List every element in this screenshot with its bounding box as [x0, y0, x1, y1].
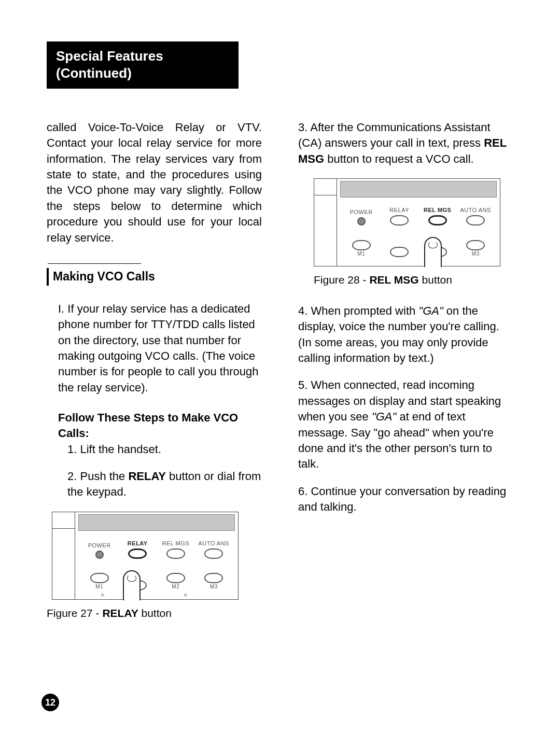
step-3: 3. After the Communications Assistant (C…: [298, 120, 513, 167]
intro-paragraph: called Voice-To-Voice Relay or VTV. Cont…: [47, 120, 262, 246]
device-screen-2: [340, 181, 497, 198]
roman-intro: I. If your relay service has a dedicated…: [58, 301, 262, 396]
blank-button-icon-2: [390, 247, 409, 257]
m2-button-icon: [166, 573, 185, 583]
button-row-1b: POWER RELAY REL MGS AUTO ANS: [342, 206, 495, 226]
fig28-post: button: [419, 274, 452, 286]
relmgs-button-icon: [166, 548, 185, 559]
fig27-bold: RELAY: [102, 607, 138, 619]
fig27-post: button: [138, 607, 172, 619]
power-led-icon: [95, 551, 104, 559]
right-column: 3. After the Communications Assistant (C…: [298, 120, 513, 637]
step-3-pre: After the Communications Assistant (CA) …: [298, 121, 491, 149]
step-2-bold: RELAY: [128, 470, 166, 483]
left-column: called Voice-To-Voice Relay or VTV. Cont…: [47, 120, 262, 637]
m1-button-icon: [90, 573, 109, 583]
label-relmgs: REL MGS: [162, 540, 189, 546]
section-title: Making VCO Calls: [53, 269, 155, 285]
step-2: 2. Push the RELAY button or dial from th…: [67, 469, 262, 500]
section-header: Special Features (Continued): [47, 41, 239, 89]
label-a-right: a.: [184, 592, 188, 598]
label-relay: RELAY: [128, 540, 148, 546]
label-m2: M2: [172, 584, 179, 589]
button-row-2b: M1 M3: [342, 239, 495, 258]
label-autoans-2: AUTO ANS: [460, 207, 491, 213]
label-power-2: POWER: [350, 209, 373, 215]
step-6-num: 6.: [298, 485, 311, 498]
step-4-ital: "GA": [418, 304, 443, 317]
label-relmgs-2: REL MGS: [424, 207, 451, 213]
step-2-pre: Push the: [80, 470, 128, 483]
label-m3-2: M3: [472, 251, 480, 257]
step-4-pre: When prompted with: [311, 304, 418, 317]
label-relay-2: RELAY: [389, 207, 409, 213]
power-led-icon-2: [357, 217, 366, 226]
fig27-pre: Figure 27 -: [47, 607, 102, 619]
autoans-button-icon: [204, 548, 223, 559]
label-autoans: AUTO ANS: [199, 540, 229, 546]
relay-button-icon: [128, 548, 147, 559]
step-1: 1. Lift the handset.: [67, 442, 262, 457]
step-4-num: 4.: [298, 304, 311, 317]
header-line-2: (Continued): [56, 65, 229, 82]
section-rule: [48, 263, 141, 264]
label-m1: M1: [95, 584, 103, 589]
step-6-text: Continue your conversation by reading an…: [298, 485, 506, 513]
step-5: 5. When connected, read incoming message…: [298, 377, 513, 472]
autoans-button-icon-2: [466, 215, 485, 226]
step-4: 4. When prompted with "GA" on the displa…: [298, 303, 513, 366]
m3-button-icon-2: [466, 240, 485, 250]
relmgs-button-icon-2: [428, 215, 447, 226]
button-row-1: POWER RELAY REL MGS AUTO ANS: [80, 540, 233, 559]
content-columns: called Voice-To-Voice Relay or VTV. Cont…: [47, 120, 513, 637]
section-title-wrap: Making VCO Calls: [47, 268, 262, 286]
step-6: 6. Continue your conversation by reading…: [298, 484, 513, 515]
header-line-1: Special Features: [56, 48, 229, 65]
page-number-badge: 12: [41, 694, 59, 711]
m1-button-icon-2: [352, 240, 371, 250]
fig28-bold: REL MSG: [369, 274, 418, 286]
step-1-text: Lift the handset.: [80, 443, 161, 456]
follow-heading-text: Follow These Steps to Make VCO Calls:: [58, 411, 238, 440]
m3-button-icon: [204, 573, 223, 583]
label-a-left: a.: [101, 592, 105, 598]
relay-button-icon-2: [390, 215, 409, 226]
figure-28-caption: Figure 28 - REL MSG button: [314, 273, 513, 288]
device-screen: [78, 514, 235, 531]
figure-28-device: POWER RELAY REL MGS AUTO ANS M1 M3: [314, 178, 500, 266]
finger-pointer-icon-2: [424, 237, 442, 267]
step-3-num: 3.: [298, 121, 310, 134]
figure-27-device: POWER RELAY REL MGS AUTO ANS M1 M2 M3: [52, 512, 239, 600]
step-2-num: 2.: [67, 470, 80, 483]
step-5-ital: "GA": [372, 410, 396, 423]
step-5-num: 5.: [298, 378, 311, 391]
finger-pointer-icon: [123, 570, 141, 600]
figure-27-caption: Figure 27 - RELAY button: [47, 606, 262, 621]
device-handset-area-2: [314, 179, 337, 266]
step-3-post: button to request a VCO call.: [324, 152, 474, 165]
page: Special Features (Continued) called Voic…: [0, 0, 560, 732]
button-row-2: M1 M2 M3: [80, 572, 233, 590]
follow-heading: Follow These Steps to Make VCO Calls:: [58, 410, 262, 442]
fig28-pre: Figure 28 -: [314, 274, 369, 286]
label-power: POWER: [88, 542, 111, 548]
label-m1-2: M1: [357, 251, 365, 257]
step-1-num: 1.: [67, 443, 80, 456]
page-number: 12: [45, 697, 55, 708]
label-m3: M3: [210, 584, 218, 589]
device-handset-area: [52, 512, 75, 599]
section-tick-icon: [47, 268, 49, 286]
